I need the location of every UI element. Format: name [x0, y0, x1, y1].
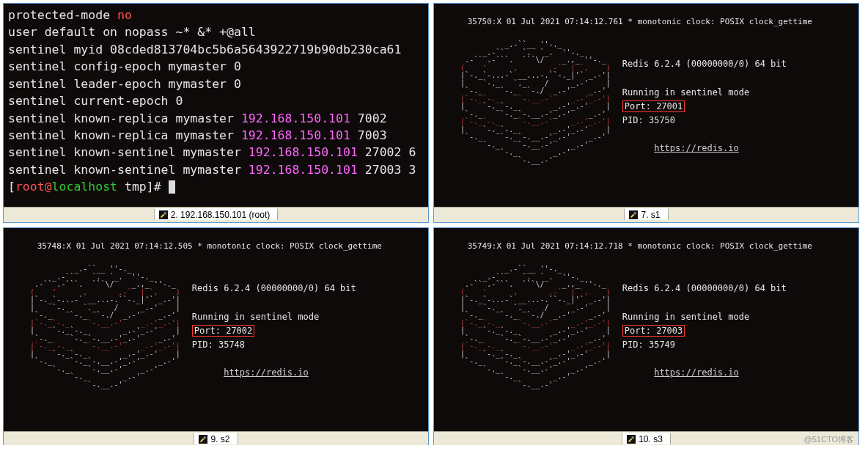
config-line: protected-mode no: [8, 7, 424, 23]
mode-line: Running in sentinel mode: [622, 87, 749, 98]
watermark: @51CTO博客: [804, 434, 854, 445]
redis-url[interactable]: https://redis.io: [224, 367, 309, 378]
config-line: sentinel current-epoch 0: [8, 92, 424, 109]
terminal-tab[interactable]: 10. s3: [622, 433, 671, 444]
port-line: Port: 27001: [622, 100, 685, 112]
redis-info-block: Redis 6.2.4 (00000000/0) 64 bit Running …: [622, 37, 787, 155]
tab-label: 7. s1: [641, 210, 660, 220]
config-line: sentinel leader-epoch mymaster 0: [8, 76, 424, 92]
log-line: 35750:X 01 Jul 2021 07:14:12.761 * monot…: [468, 17, 812, 26]
redis-ascii-logo: _.-``__ ''-._ _.-`` `. `_. ''-._ .-`` .-…: [438, 261, 611, 389]
redis-url[interactable]: https://redis.io: [654, 143, 739, 153]
mode-line: Running in sentinel mode: [622, 312, 749, 322]
config-line: sentinel known-replica mymaster 192.168.…: [8, 127, 424, 144]
version-line: Redis 6.2.4 (00000000/0) 64 bit: [622, 59, 787, 69]
config-line: sentinel known-sentinel mymaster 192.168…: [8, 144, 424, 161]
config-line: sentinel known-sentinel mymaster 192.168…: [8, 161, 424, 178]
redis-ascii-logo: _.-``__ ''-._ _.-`` `. `_. ''-._ .-`` .-…: [8, 261, 180, 389]
log-line: 35748:X 01 Jul 2021 07:14:12.505 * monot…: [37, 241, 382, 251]
version-line: Redis 6.2.4 (00000000/0) 64 bit: [622, 283, 787, 293]
redis-info-block: Redis 6.2.4 (00000000/0) 64 bit Running …: [622, 261, 787, 380]
tab-bar: 2. 192.168.150.101 (root): [4, 207, 428, 222]
terminal-output[interactable]: 35748:X 01 Jul 2021 07:14:12.505 * monot…: [4, 228, 428, 431]
svg-point-1: [163, 212, 166, 214]
log-line: 35749:X 01 Jul 2021 07:14:12.718 * monot…: [468, 241, 812, 251]
pid-line: PID: 35748: [192, 340, 245, 350]
pid-line: PID: 35750: [622, 115, 675, 125]
terminal-pane-s2: 35748:X 01 Jul 2021 07:14:12.505 * monot…: [3, 227, 429, 445]
terminal-pane-s3: 35749:X 01 Jul 2021 07:14:12.718 * monot…: [433, 227, 859, 445]
redis-info-block: Redis 6.2.4 (00000000/0) 64 bit Running …: [192, 261, 356, 380]
terminal-output[interactable]: protected-mode nouser default on nopass …: [4, 4, 428, 207]
tab-label: 9. s2: [210, 434, 229, 444]
mode-line: Running in sentinel mode: [192, 312, 319, 322]
version-line: Redis 6.2.4 (00000000/0) 64 bit: [192, 283, 356, 293]
config-line: sentinel known-replica mymaster 192.168.…: [8, 110, 424, 127]
pid-line: PID: 35749: [622, 340, 675, 350]
wrench-icon: [199, 435, 207, 444]
cursor: [169, 180, 175, 194]
terminal-pane-config: protected-mode nouser default on nopass …: [3, 3, 429, 223]
svg-point-3: [634, 212, 636, 214]
tab-label: 10. s3: [639, 434, 663, 444]
terminal-tab[interactable]: 9. s2: [194, 433, 238, 444]
redis-ascii-logo: _.-``__ ''-._ _.-`` `. `_. ''-._ .-`` .-…: [438, 37, 611, 164]
tab-label: 2. 192.168.150.101 (root): [171, 210, 270, 220]
wrench-icon: [629, 210, 638, 219]
terminal-tab[interactable]: 2. 192.168.150.101 (root): [154, 208, 278, 220]
svg-point-7: [632, 436, 634, 439]
config-line: sentinel myid 08cded813704bc5b6a56439227…: [8, 41, 424, 58]
terminal-output[interactable]: 35749:X 01 Jul 2021 07:14:12.718 * monot…: [434, 228, 858, 431]
tab-bar: 9. s2: [4, 431, 428, 445]
config-line: sentinel config-epoch mymaster 0: [8, 58, 424, 75]
port-line: Port: 27002: [192, 325, 254, 337]
tab-bar: 10. s3: [434, 431, 858, 445]
config-line: user default on nopass ~* &* +@all: [8, 23, 424, 40]
terminal-output[interactable]: 35750:X 01 Jul 2021 07:14:12.761 * monot…: [434, 4, 858, 207]
terminal-tab[interactable]: 7. s1: [624, 208, 668, 220]
svg-point-5: [204, 436, 206, 439]
tab-bar: 7. s1: [434, 207, 858, 222]
port-line: Port: 27003: [622, 325, 685, 337]
wrench-icon: [159, 210, 168, 219]
wrench-icon: [627, 435, 636, 444]
shell-prompt[interactable]: [root@localhost tmp]#: [8, 178, 424, 195]
redis-url[interactable]: https://redis.io: [654, 367, 739, 378]
terminal-pane-s1: 35750:X 01 Jul 2021 07:14:12.761 * monot…: [433, 3, 859, 223]
